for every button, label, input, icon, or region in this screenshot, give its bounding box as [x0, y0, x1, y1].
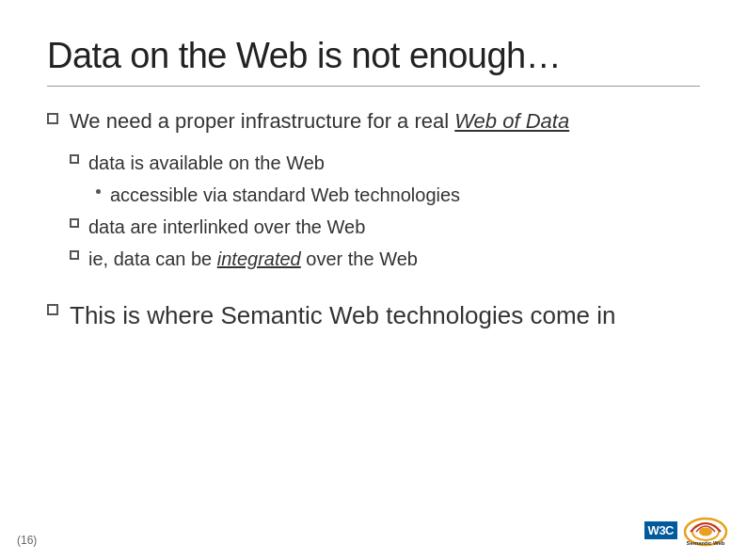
main-bullet-2-emphasis: Semantic Web technologies come in: [220, 301, 615, 329]
sub-bullet-3: ie, data can be integrated over the Web: [70, 246, 700, 272]
sub-bullet-square-icon-2: [70, 218, 79, 228]
semantic-web-logo: Semantic Web: [681, 513, 730, 547]
main-bullet-1-prefix: We need a proper infrastructure for a re…: [70, 109, 454, 133]
slide-number: (16): [17, 534, 37, 547]
slide-title: Data on the Web is not enough…: [47, 36, 700, 76]
bullet-square-icon: [47, 113, 58, 124]
sub-sub-bullet-dot-icon: [96, 189, 101, 194]
svg-point-2: [699, 528, 712, 536]
sub-bullet-1: data is available on the Web: [70, 150, 700, 176]
integrated-link: integrated: [217, 248, 301, 269]
main-bullet-1-text: We need a proper infrastructure for a re…: [70, 107, 569, 136]
main-bullet-2-prefix: This is where: [70, 301, 220, 329]
logo-area: W3C Semantic Web: [644, 513, 730, 547]
sub-bullet-square-icon-3: [70, 250, 79, 260]
sub-bullet-3-text: ie, data can be integrated over the Web: [88, 246, 418, 272]
sub-bullet-3-prefix: ie, data can be: [88, 248, 217, 269]
sub-bullet-3-suffix: over the Web: [301, 248, 418, 269]
sub-bullets-container: data is available on the Web accessible …: [70, 150, 700, 272]
sub-sub-bullet-1-text: accessible via standard Web technologies: [110, 182, 460, 208]
main-bullet-1: We need a proper infrastructure for a re…: [47, 107, 700, 136]
sub-bullet-1-text: data is available on the Web: [88, 150, 325, 176]
w3c-logo: W3C: [644, 521, 677, 539]
sub-sub-bullet-1: accessible via standard Web technologies: [88, 182, 700, 208]
bullet-square-icon-2: [47, 304, 58, 315]
web-of-data-link: Web of Data: [454, 109, 569, 133]
title-divider: [47, 86, 700, 87]
sub-bullet-2: data are interlinked over the Web: [70, 214, 700, 240]
svg-text:Semantic Web: Semantic Web: [687, 540, 725, 546]
slide: Data on the Web is not enough… We need a…: [0, 0, 747, 560]
sub-bullet-2-text: data are interlinked over the Web: [88, 214, 365, 240]
main-bullet-2: This is where Semantic Web technologies …: [47, 298, 700, 332]
sub-bullet-square-icon-1: [70, 154, 79, 164]
main-bullet-2-text: This is where Semantic Web technologies …: [70, 298, 615, 332]
w3c-text: W3C: [644, 521, 677, 539]
